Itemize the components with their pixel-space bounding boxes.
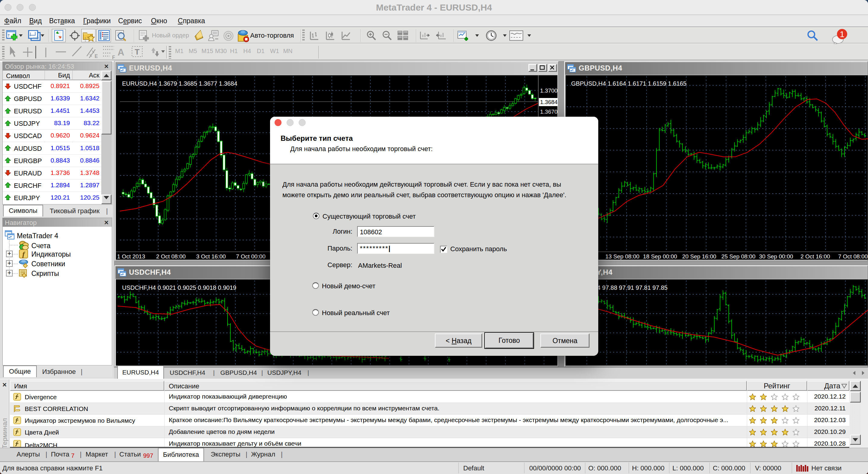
svg-text:7 Oct 08:00: 7 Oct 08:00	[838, 253, 868, 260]
svg-text:1: 1	[840, 30, 844, 39]
svg-text:E: E	[95, 54, 98, 59]
svg-text:3 Oct 16:00: 3 Oct 16:00	[196, 253, 226, 260]
svg-text:F: F	[112, 55, 115, 59]
svg-text:20 Sep 16:00: 20 Sep 16:00	[682, 253, 716, 260]
svg-text:13 Sep 08:00: 13 Sep 08:00	[605, 253, 639, 260]
svg-text:1.3684: 1.3684	[540, 99, 558, 105]
svg-text:2 Oct 16:00: 2 Oct 16:00	[801, 253, 830, 260]
svg-text:7 Oct 00:00: 7 Oct 00:00	[236, 253, 266, 260]
svg-text:EURUSD,H4 1.3679 1.3685 1.367: EURUSD,H4 1.3679 1.3685 1.3677 1.3684	[122, 80, 238, 87]
svg-text:GBPUSD,H4 1.6164 1.6171 1.615: GBPUSD,H4 1.6164 1.6171 1.6159 1.6165	[571, 80, 687, 87]
svg-text:1.3700: 1.3700	[540, 87, 558, 94]
svg-text:1.3670: 1.3670	[540, 109, 558, 115]
svg-text:USDCHF,H4 0.9021 0.9025 0.901: USDCHF,H4 0.9021 0.9025 0.9018 0.9019	[122, 284, 236, 291]
svg-text:T: T	[135, 47, 140, 56]
svg-text:25 Sep 08:00: 25 Sep 08:00	[721, 253, 755, 260]
svg-text:1 Oct 2013: 1 Oct 2013	[117, 253, 145, 260]
svg-text:30 Sep 00:00: 30 Sep 00:00	[759, 253, 793, 260]
svg-text:2 Oct 08:00: 2 Oct 08:00	[156, 253, 186, 260]
svg-text:18 Sep 00:00: 18 Sep 00:00	[643, 253, 677, 260]
